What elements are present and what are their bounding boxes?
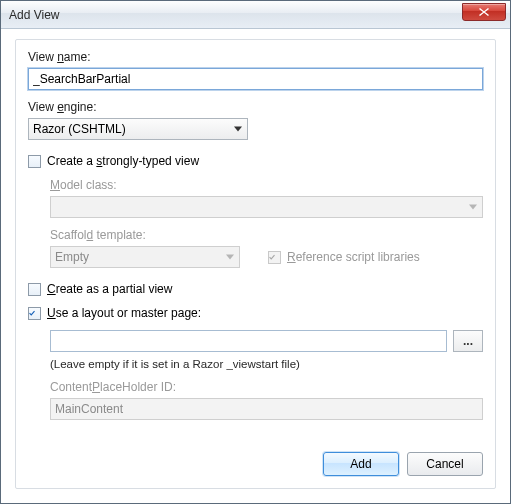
partial-view-checkbox[interactable] <box>28 283 41 296</box>
use-layout-label: Use a layout or master page: <box>47 306 201 320</box>
cph-label: ContentPlaceHolder ID: <box>50 380 483 394</box>
scaffold-value: Empty <box>55 250 89 264</box>
dialog-footer: Add Cancel <box>28 440 483 476</box>
layout-path-input[interactable] <box>50 330 447 352</box>
scaffold-label: Scaffold template: <box>50 228 483 242</box>
view-name-input[interactable] <box>28 68 483 90</box>
model-class-label: Model class: <box>50 178 483 192</box>
cph-value: MainContent <box>55 402 123 416</box>
chevron-down-icon <box>469 205 477 210</box>
add-button-label: Add <box>350 457 371 471</box>
close-button[interactable] <box>462 3 506 21</box>
strongly-typed-row[interactable]: Create a strongly-typed view <box>28 154 483 168</box>
chevron-down-icon <box>234 127 242 132</box>
cph-input: MainContent <box>50 398 483 420</box>
model-class-combo <box>50 196 483 218</box>
browse-layout-button[interactable]: ... <box>453 330 483 352</box>
chevron-down-icon <box>226 255 234 260</box>
partial-view-row[interactable]: Create as a partial view <box>28 282 483 296</box>
add-view-dialog: Add View View name: View engine: Razor (… <box>0 0 511 504</box>
partial-view-label: Create as a partial view <box>47 282 172 296</box>
inner-panel: View name: View engine: Razor (CSHTML) C… <box>15 39 496 489</box>
reference-scripts-row: Reference script libraries <box>268 250 420 264</box>
cancel-button-label: Cancel <box>426 457 463 471</box>
cancel-button[interactable]: Cancel <box>407 452 483 476</box>
titlebar: Add View <box>1 1 510 29</box>
add-button[interactable]: Add <box>323 452 399 476</box>
view-engine-combo[interactable]: Razor (CSHTML) <box>28 118 248 140</box>
reference-scripts-label: Reference script libraries <box>287 250 420 264</box>
use-layout-row[interactable]: Use a layout or master page: <box>28 306 483 320</box>
strongly-typed-label: Create a strongly-typed view <box>47 154 199 168</box>
browse-label: ... <box>463 334 473 348</box>
view-engine-label: View engine: <box>28 100 483 114</box>
layout-note: (Leave empty if it is set in a Razor _vi… <box>50 358 483 370</box>
dialog-body: View name: View engine: Razor (CSHTML) C… <box>1 29 510 503</box>
close-icon <box>479 8 489 16</box>
window-title: Add View <box>9 8 59 22</box>
use-layout-checkbox[interactable] <box>28 307 41 320</box>
view-name-label: View name: <box>28 50 483 64</box>
strongly-typed-checkbox[interactable] <box>28 155 41 168</box>
reference-scripts-checkbox <box>268 251 281 264</box>
view-engine-value: Razor (CSHTML) <box>33 122 126 136</box>
scaffold-combo: Empty <box>50 246 240 268</box>
